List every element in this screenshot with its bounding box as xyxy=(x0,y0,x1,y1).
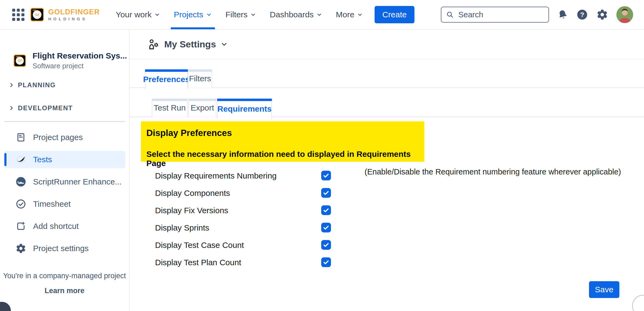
nav-your-work[interactable]: Your work xyxy=(109,0,167,29)
brand-subname: HOLDINGS xyxy=(48,17,100,21)
nav-right-cluster: ? xyxy=(441,6,633,23)
preference-label: Display Sprints xyxy=(155,223,209,232)
top-navigation: 79F Gf GOLDFINGER HOLDINGS Your work Pro… xyxy=(0,0,644,30)
primary-nav: Your work Projects Filters Dashboards xyxy=(109,0,370,29)
tab-label: Export xyxy=(191,103,214,112)
search-icon xyxy=(446,11,454,19)
sidebar-item-project-settings[interactable]: Project settings xyxy=(4,240,125,257)
subtab-requirements[interactable]: Requirements xyxy=(217,99,272,119)
chevron-right-icon xyxy=(8,82,15,88)
checkbox-display-components[interactable] xyxy=(321,188,331,198)
project-sidebar: 79F Gf Flight Reservation Sys... Softwar… xyxy=(0,30,130,311)
sidebar-item-scriptrunner[interactable]: ScriptRunner Enhance... xyxy=(4,173,125,190)
main-content: My Settings Preferences Filters Test Run… xyxy=(130,30,644,311)
svg-text:?: ? xyxy=(580,11,584,18)
sidebar-item-tests[interactable]: Tests xyxy=(4,151,125,168)
banner-title: Display Preferences xyxy=(146,128,424,138)
settings-gear-icon[interactable] xyxy=(596,9,608,21)
sidebar-divider xyxy=(4,121,125,122)
chevron-right-icon xyxy=(8,105,15,111)
sidebar-section-label: DEVELOPMENT xyxy=(18,104,73,112)
sidebar-section-development[interactable]: DEVELOPMENT xyxy=(8,104,73,112)
logo-monogram: Gf xyxy=(34,12,40,18)
nav-projects-label: Projects xyxy=(174,10,203,19)
floating-button-partial[interactable] xyxy=(0,302,11,311)
logo-corner-text: 79F xyxy=(32,9,37,12)
tab-label: Preferences xyxy=(143,75,190,84)
sidebar-item-label: Project pages xyxy=(33,133,83,142)
sidebar-section-label: PLANNING xyxy=(18,81,56,89)
checkbox-display-test-case-count[interactable] xyxy=(321,240,331,250)
preference-label: Display Components xyxy=(155,189,230,198)
nav-dashboards[interactable]: Dashboards xyxy=(263,0,329,29)
tab-label: Filters xyxy=(189,74,211,83)
tab-active-bar xyxy=(145,69,188,72)
notifications-bell-icon[interactable] xyxy=(556,8,569,21)
chevron-down-icon xyxy=(206,12,212,18)
subtab-export[interactable]: Export xyxy=(188,99,216,117)
checkbox-display-sprints[interactable] xyxy=(321,223,331,232)
project-type: Software project xyxy=(33,62,127,70)
save-button[interactable]: Save xyxy=(589,281,619,298)
tab-active-bar xyxy=(217,99,272,101)
chevron-down-icon xyxy=(250,12,256,18)
preference-label: Display Requirements Numbering xyxy=(155,171,277,180)
chevron-down-icon xyxy=(316,12,322,18)
app-window: 79F Gf GOLDFINGER HOLDINGS Your work Pro… xyxy=(0,0,644,311)
scriptrunner-shoe-icon xyxy=(15,176,27,187)
learn-more-link[interactable]: Learn more xyxy=(0,287,129,295)
sidebar-item-add-shortcut[interactable]: Add shortcut xyxy=(4,218,125,235)
search-box[interactable] xyxy=(441,7,549,23)
checkbox-display-fix-versions[interactable] xyxy=(321,205,331,215)
tab-inactive-bar xyxy=(188,99,216,101)
tab-inactive-bar xyxy=(188,69,212,72)
tab-label: Requirements xyxy=(217,104,272,114)
header-divider xyxy=(130,59,644,59)
project-avatar: 79F Gf xyxy=(14,54,26,67)
tab-label: Test Run xyxy=(154,103,186,112)
sidebar-item-project-pages[interactable]: Project pages xyxy=(4,129,125,146)
subtab-test-run[interactable]: Test Run xyxy=(152,99,188,117)
sidebar-item-label: ScriptRunner Enhance... xyxy=(33,177,122,186)
brand-name: GOLDFINGER xyxy=(48,8,100,16)
chevron-down-icon[interactable] xyxy=(220,40,228,48)
preference-label: Display Test Plan Count xyxy=(155,258,241,267)
nav-filters-label: Filters xyxy=(226,10,248,19)
preference-label: Display Fix Versions xyxy=(155,206,228,215)
my-settings-icon xyxy=(147,38,160,50)
tab-inactive-bar xyxy=(152,99,188,101)
search-input[interactable] xyxy=(458,10,544,20)
nav-dashboards-label: Dashboards xyxy=(270,10,314,19)
project-name: Flight Reservation Sys... xyxy=(33,51,127,61)
chevron-down-icon xyxy=(357,12,363,18)
display-preferences-banner: Display Preferences Select the necessary… xyxy=(141,121,424,162)
checkbox-display-test-plan-count[interactable] xyxy=(321,257,331,267)
help-icon[interactable]: ? xyxy=(576,9,588,21)
brand-logo[interactable]: 79F Gf GOLDFINGER HOLDINGS xyxy=(30,8,100,21)
sidebar-item-label: Tests xyxy=(33,155,52,164)
gear-icon xyxy=(15,243,27,254)
checkbox-display-requirements-numbering[interactable] xyxy=(321,171,331,180)
requirements-numbering-note: (Enable/Disable the Requirement numberin… xyxy=(365,167,621,176)
user-avatar[interactable] xyxy=(616,6,633,23)
brand-text: GOLDFINGER HOLDINGS xyxy=(48,8,100,21)
sidebar-item-label: Project settings xyxy=(33,244,89,253)
tests-swoosh-icon xyxy=(15,154,27,165)
create-button[interactable]: Create xyxy=(375,6,414,23)
nav-more[interactable]: More xyxy=(329,0,370,29)
nav-filters[interactable]: Filters xyxy=(219,0,263,29)
project-avatar-corner-text: 79F xyxy=(15,56,20,58)
sidebar-section-planning[interactable]: PLANNING xyxy=(8,81,56,89)
managed-project-message: You're in a company-managed project xyxy=(0,272,129,280)
my-settings-dropdown[interactable]: My Settings xyxy=(147,38,228,50)
app-switcher-icon[interactable] xyxy=(12,9,24,21)
tab-filters[interactable]: Filters xyxy=(188,69,212,88)
sidebar-item-label: Timesheet xyxy=(33,199,71,209)
goldfinger-logo-icon: 79F Gf xyxy=(30,8,44,21)
nav-projects[interactable]: Projects xyxy=(167,0,218,29)
sidebar-item-label: Add shortcut xyxy=(33,222,79,231)
floating-bubble-partial[interactable] xyxy=(632,295,644,311)
tab-preferences[interactable]: Preferences xyxy=(145,69,188,89)
sidebar-item-timesheet[interactable]: Timesheet xyxy=(4,195,125,213)
timesheet-check-icon xyxy=(15,199,27,209)
